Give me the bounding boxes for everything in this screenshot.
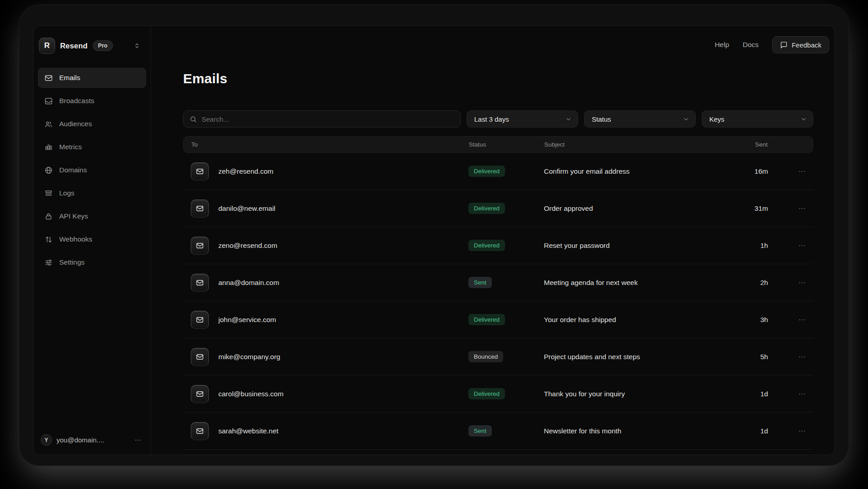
status-badge: Delivered	[468, 240, 505, 252]
col-header-status: Status	[469, 141, 544, 148]
sidebar-item-label: Webhooks	[59, 235, 92, 243]
recipient-email: zeh@resend.com	[218, 167, 274, 176]
ellipsis-icon[interactable]	[134, 437, 142, 444]
recipient-email: zeno@resend.com	[218, 242, 277, 250]
sent-time: 3h	[709, 316, 768, 324]
sidebar-item-settings[interactable]: Settings	[38, 252, 146, 272]
row-menu-ellipsis-icon[interactable]	[768, 204, 813, 213]
sidebar-item-label: Logs	[59, 189, 75, 197]
email-subject: Meeting agenda for next week	[544, 279, 709, 287]
sent-time: 16m	[709, 167, 768, 176]
docs-link[interactable]: Docs	[743, 41, 759, 49]
email-row[interactable]: zeh@resend.com Delivered Confirm your em…	[183, 153, 813, 190]
email-subject: Order approved	[544, 204, 709, 213]
email-subject: Newsletter for this month	[544, 427, 709, 435]
avatar: Y	[41, 434, 52, 446]
search-icon	[189, 115, 197, 123]
table-body: zeh@resend.com Delivered Confirm your em…	[183, 153, 813, 455]
sidebar-item-emails[interactable]: Emails	[38, 68, 146, 88]
sliders-icon	[44, 258, 53, 267]
row-menu-ellipsis-icon[interactable]	[768, 427, 813, 435]
email-subject: Thank you for your inquiry	[544, 390, 709, 398]
chevron-down-icon	[683, 116, 689, 123]
search-input[interactable]	[202, 115, 454, 123]
dropdown-label: Status	[592, 115, 611, 123]
row-menu-ellipsis-icon[interactable]	[768, 390, 813, 398]
email-row[interactable]: Delivered	[183, 450, 813, 455]
chevron-down-icon	[565, 116, 572, 123]
filter-row: Last 3 daysStatusKeys	[183, 110, 813, 128]
globe-icon	[44, 166, 53, 175]
email-row[interactable]: anna@domain.com Sent Meeting agenda for …	[183, 264, 813, 301]
email-row[interactable]: zeno@resend.com Delivered Reset your pas…	[183, 227, 813, 264]
col-header-to: To	[184, 141, 469, 148]
email-row[interactable]: john@service.com Delivered Your order ha…	[183, 301, 813, 338]
status-badge: Bounced	[468, 351, 503, 363]
email-row[interactable]: mike@company.org Bounced Project updates…	[183, 338, 813, 375]
sidebar-item-broadcasts[interactable]: Broadcasts	[38, 91, 146, 111]
email-row[interactable]: sarah@website.net Sent Newsletter for th…	[183, 413, 813, 450]
envelope-icon	[191, 274, 209, 292]
message-square-icon	[780, 41, 788, 49]
email-row[interactable]: danilo@new.email Delivered Order approve…	[183, 190, 813, 227]
sidebar-item-api-keys[interactable]: API Keys	[38, 206, 146, 226]
inbox-icon	[44, 97, 53, 105]
email-subject: Reset your password	[544, 242, 709, 250]
resend-logo-icon: R	[39, 38, 55, 54]
row-menu-ellipsis-icon[interactable]	[768, 353, 813, 361]
plan-badge: Pro	[93, 40, 113, 51]
sidebar-item-label: API Keys	[59, 212, 88, 220]
sent-time: 5h	[709, 353, 768, 361]
page-title: Emails	[183, 71, 835, 86]
row-menu-ellipsis-icon[interactable]	[768, 167, 813, 176]
sidebar-item-logs[interactable]: Logs	[38, 183, 146, 203]
feedback-label: Feedback	[792, 41, 821, 49]
sent-time: 1d	[709, 427, 768, 435]
users-icon	[44, 120, 53, 128]
row-menu-ellipsis-icon[interactable]	[768, 279, 813, 287]
row-menu-ellipsis-icon[interactable]	[768, 242, 813, 250]
sidebar-item-webhooks[interactable]: Webhooks	[38, 229, 146, 249]
row-menu-ellipsis-icon[interactable]	[768, 316, 813, 324]
bar-chart-icon	[44, 143, 53, 152]
main-content: Help Docs Feedback Emails Last 3 da	[151, 26, 835, 455]
logs-icon	[44, 189, 53, 198]
recipient-email: john@service.com	[218, 316, 276, 324]
sidebar-item-audiences[interactable]: Audiences	[38, 114, 146, 134]
status-badge: Delivered	[468, 388, 505, 400]
sidebar-item-domains[interactable]: Domains	[38, 160, 146, 180]
envelope-icon	[191, 385, 209, 403]
topbar: Help Docs Feedback	[151, 26, 835, 53]
status-badge: Delivered	[468, 166, 505, 177]
sidebar-item-label: Domains	[59, 166, 87, 174]
sent-time: 1d	[709, 390, 768, 398]
user-menu[interactable]: Y you@domain....	[38, 432, 146, 448]
help-link[interactable]: Help	[715, 41, 729, 49]
app-window: R Resend Pro Emails Broadcasts Audiences…	[33, 25, 835, 455]
feedback-button[interactable]: Feedback	[772, 36, 829, 53]
chevrons-up-down-icon[interactable]	[133, 42, 141, 49]
filter-dropdown-keys[interactable]: Keys	[702, 110, 813, 128]
col-header-sent: Sent	[709, 141, 768, 148]
sidebar-item-label: Emails	[59, 74, 80, 82]
email-subject: Project updates and next steps	[544, 353, 709, 361]
sidebar-item-label: Settings	[59, 258, 85, 266]
recipient-email: danilo@new.email	[218, 204, 275, 213]
filter-dropdown-last-3-days[interactable]: Last 3 days	[467, 110, 578, 128]
dropdown-label: Last 3 days	[474, 115, 509, 123]
email-subject: Confirm your email address	[544, 167, 709, 176]
table-header: To Status Subject Sent	[183, 136, 813, 153]
sidebar-item-metrics[interactable]: Metrics	[38, 137, 146, 157]
email-row[interactable]: carol@business.com Delivered Thank you f…	[183, 375, 813, 413]
filter-dropdown-status[interactable]: Status	[584, 110, 696, 128]
sidebar-item-label: Broadcasts	[59, 97, 94, 105]
recipient-email: carol@business.com	[218, 390, 283, 398]
user-email: you@domain....	[57, 436, 104, 444]
email-subject: Your order has shipped	[544, 316, 709, 324]
brand-name: Resend	[60, 42, 88, 50]
recipient-email: sarah@website.net	[218, 427, 278, 435]
envelope-icon	[191, 311, 209, 329]
sidebar-item-label: Audiences	[59, 120, 92, 128]
workspace-switcher[interactable]: R Resend Pro	[38, 38, 146, 54]
search-box	[183, 110, 461, 128]
